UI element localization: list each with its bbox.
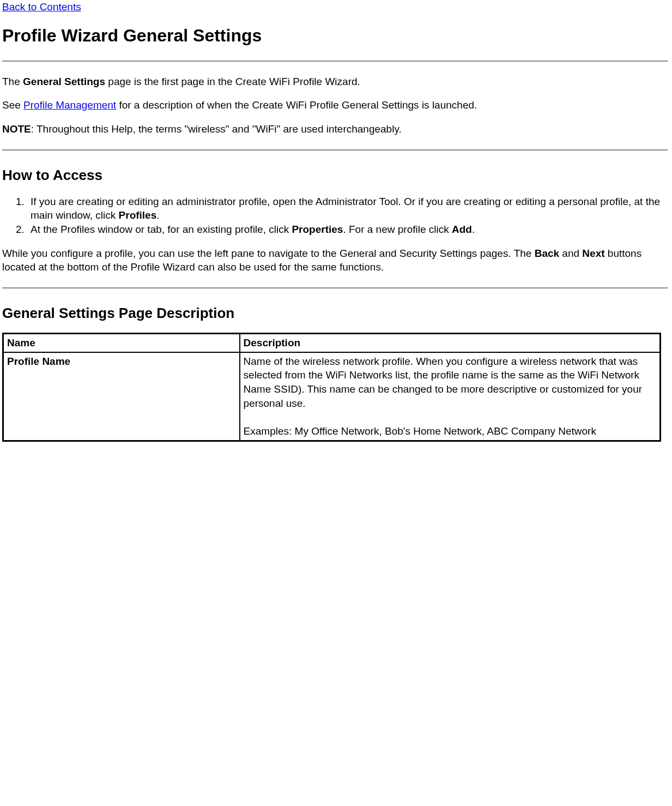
cell-name: Profile Name	[3, 352, 240, 441]
text: See	[2, 99, 23, 111]
note-label: NOTE	[2, 123, 31, 135]
text: While you configure a profile, you can u…	[2, 248, 535, 259]
table-header-row: Name Description	[3, 334, 661, 352]
page-title: Profile Wizard General Settings	[2, 24, 668, 47]
description-table: Name Description Profile Name Name of th…	[2, 333, 661, 441]
bold-text: General Settings	[23, 76, 105, 87]
text: Name of the wireless network profile. Wh…	[244, 356, 643, 409]
profile-management-link[interactable]: Profile Management	[23, 99, 116, 111]
navigation-paragraph: While you configure a profile, you can u…	[2, 246, 668, 274]
text: : Throughout this Help, the terms "wirel…	[31, 123, 402, 135]
text: for a description of when the Create WiF…	[116, 99, 477, 111]
text: The	[2, 76, 23, 87]
bold-text: Properties	[292, 224, 343, 235]
text: At the Profiles window or tab, for an ex…	[31, 224, 292, 235]
text: page is the first page in the Create WiF…	[105, 76, 360, 87]
intro-paragraph-2: See Profile Management for a description…	[2, 98, 668, 112]
bold-text: Back	[535, 248, 559, 259]
how-to-access-steps: If you are creating or editing an admini…	[2, 195, 668, 237]
text: Examples: My Office Network, Bob's Home …	[244, 425, 596, 437]
table-row: Profile Name Name of the wireless networ…	[3, 352, 661, 441]
text: .	[156, 209, 159, 221]
how-to-access-heading: How to Access	[2, 166, 668, 185]
general-settings-heading: General Settings Page Description	[2, 304, 668, 323]
column-header-name: Name	[3, 334, 240, 352]
text: . For a new profile click	[343, 224, 452, 235]
intro-paragraph-1: The General Settings page is the first p…	[2, 75, 668, 89]
back-to-contents-link[interactable]: Back to Contents	[2, 1, 81, 13]
column-header-description: Description	[240, 334, 661, 352]
list-item: If you are creating or editing an admini…	[27, 195, 668, 222]
divider	[2, 61, 668, 62]
divider	[2, 287, 668, 288]
text: .	[472, 224, 475, 235]
divider	[2, 149, 668, 151]
bold-text: Add	[452, 224, 472, 235]
bold-text: Next	[582, 248, 604, 259]
note-paragraph: NOTE: Throughout this Help, the terms "w…	[2, 122, 668, 136]
bold-text: Profiles	[119, 209, 157, 221]
text: and	[559, 248, 582, 259]
list-item: At the Profiles window or tab, for an ex…	[27, 222, 668, 237]
cell-description: Name of the wireless network profile. Wh…	[240, 352, 661, 441]
